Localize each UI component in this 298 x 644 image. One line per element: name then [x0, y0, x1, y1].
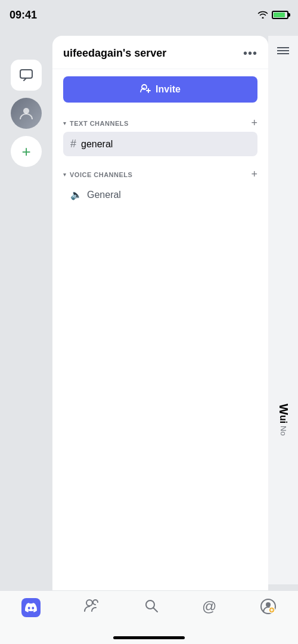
- right-panel: W ui No: [268, 36, 298, 584]
- discord-icon: [21, 598, 41, 617]
- voice-channels-label: VOICE CHANNELS: [70, 171, 132, 178]
- voice-channel-general[interactable]: 🔈 General: [63, 183, 257, 206]
- text-channels-label: TEXT CHANNELS: [70, 120, 129, 127]
- tab-profile[interactable]: [260, 598, 277, 619]
- battery-fill: [274, 13, 285, 17]
- invite-button-label: Invite: [156, 84, 181, 95]
- invite-icon: [140, 83, 151, 95]
- right-panel-menu-icon[interactable]: [277, 45, 289, 58]
- add-text-channel-button[interactable]: +: [251, 117, 257, 129]
- text-channels-chevron-icon[interactable]: ▾: [63, 120, 66, 126]
- text-channels-title-row: ▾ TEXT CHANNELS: [63, 120, 129, 127]
- server-avatar[interactable]: [11, 98, 42, 129]
- tab-friends[interactable]: [83, 598, 100, 617]
- server-name: uifeedagain's server: [63, 47, 166, 60]
- svg-point-1: [23, 108, 29, 114]
- voice-channel-name: General: [87, 190, 121, 200]
- svg-point-6: [86, 600, 92, 606]
- sidebar-chat-icon[interactable]: [11, 60, 42, 91]
- invite-button[interactable]: Invite: [63, 76, 257, 103]
- wifi-icon: [257, 10, 268, 20]
- right-panel-server: ui: [278, 415, 288, 423]
- text-channel-general[interactable]: # general: [63, 132, 257, 156]
- battery-icon: [272, 11, 288, 19]
- friends-icon: [83, 598, 100, 617]
- main-panel: uifeedagain's server ••• Invite ▾ TEXT C…: [52, 36, 268, 590]
- text-channel-name: general: [81, 139, 113, 150]
- add-server-button[interactable]: +: [11, 136, 42, 167]
- status-icons: [257, 10, 288, 20]
- voice-channels-section: ▾ VOICE CHANNELS + 🔈 General: [52, 163, 268, 209]
- text-channel-hash-icon: #: [70, 138, 76, 150]
- tab-discord[interactable]: [21, 598, 41, 617]
- invite-section: Invite: [52, 69, 268, 112]
- text-channels-header: ▾ TEXT CHANNELS +: [63, 117, 257, 129]
- status-bar: 09:41: [0, 0, 298, 30]
- server-header: uifeedagain's server •••: [52, 36, 268, 69]
- voice-channels-title-row: ▾ VOICE CHANNELS: [63, 171, 132, 178]
- left-sidebar: +: [0, 0, 52, 644]
- home-indicator: [113, 636, 185, 639]
- voice-channels-chevron-icon[interactable]: ▾: [63, 171, 66, 178]
- voice-channel-speaker-icon: 🔈: [70, 189, 82, 200]
- text-channels-section: ▾ TEXT CHANNELS + # general: [52, 112, 268, 159]
- svg-rect-0: [20, 70, 32, 78]
- right-panel-welcome: W: [277, 404, 290, 415]
- svg-point-10: [266, 602, 271, 607]
- more-options-icon[interactable]: •••: [243, 47, 257, 60]
- voice-channels-header: ▾ VOICE CHANNELS +: [63, 168, 257, 181]
- right-panel-no: No: [279, 426, 288, 436]
- add-voice-channel-button[interactable]: +: [251, 168, 257, 181]
- tab-mentions[interactable]: @: [202, 598, 216, 615]
- svg-line-8: [153, 608, 157, 612]
- tab-search[interactable]: [144, 598, 159, 618]
- status-time: 09:41: [10, 9, 37, 21]
- mentions-icon: @: [202, 598, 216, 615]
- search-icon: [144, 598, 159, 618]
- profile-icon: [260, 598, 277, 619]
